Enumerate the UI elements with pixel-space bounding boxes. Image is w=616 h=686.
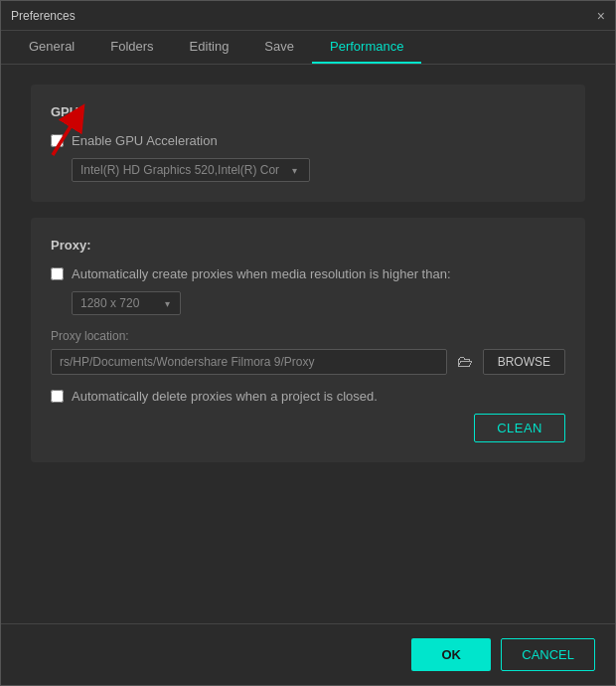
proxy-section-title: Proxy: — [51, 238, 565, 253]
auto-create-proxy-label: Automatically create proxies when media … — [72, 266, 451, 281]
proxy-section: Proxy: Automatically create proxies when… — [31, 218, 585, 462]
browse-button[interactable]: BROWSE — [483, 349, 565, 375]
gpu-dropdown-select[interactable]: Intel(R) HD Graphics 520,Intel(R) Cor — [72, 158, 310, 182]
resolution-select[interactable]: 1280 x 720 1920 x 1080 3840 x 2160 — [72, 291, 181, 315]
auto-delete-proxy-checkbox[interactable] — [51, 390, 64, 403]
folder-icon-button[interactable]: 🗁 — [455, 351, 475, 373]
clean-button[interactable]: CLEAN — [474, 414, 565, 442]
gpu-dropdown-row: Intel(R) HD Graphics 520,Intel(R) Cor ▾ — [72, 158, 565, 182]
tab-folders[interactable]: Folders — [92, 31, 171, 64]
cancel-button[interactable]: CANCEL — [501, 638, 595, 671]
tab-bar: General Folders Editing Save Performance — [1, 31, 615, 65]
content-area: GPU: Enable GPU Acceleration Intel(R) HD… — [1, 65, 615, 623]
gpu-acceleration-label: Enable GPU Acceleration — [72, 133, 218, 148]
gpu-section-title: GPU: — [51, 104, 565, 119]
auto-create-proxy-row: Automatically create proxies when media … — [51, 266, 565, 281]
tab-performance[interactable]: Performance — [312, 31, 421, 64]
auto-delete-proxy-label: Automatically delete proxies when a proj… — [72, 389, 378, 404]
tab-general[interactable]: General — [11, 31, 92, 64]
footer: OK CANCEL — [1, 623, 615, 685]
title-bar: Preferences × — [1, 1, 615, 31]
auto-delete-proxy-row: Automatically delete proxies when a proj… — [51, 389, 565, 404]
preferences-window: Preferences × General Folders Editing Sa… — [0, 0, 616, 686]
proxy-location-label: Proxy location: — [51, 329, 565, 343]
close-button[interactable]: × — [597, 9, 605, 23]
gpu-section: GPU: Enable GPU Acceleration Intel(R) HD… — [31, 85, 585, 202]
proxy-location-row: 🗁 BROWSE — [51, 349, 565, 375]
gpu-acceleration-row: Enable GPU Acceleration — [51, 133, 565, 148]
auto-create-proxy-checkbox[interactable] — [51, 267, 64, 280]
tab-editing[interactable]: Editing — [172, 31, 247, 64]
gpu-acceleration-checkbox[interactable] — [51, 134, 64, 147]
proxy-path-input[interactable] — [51, 349, 447, 375]
window-title: Preferences — [11, 9, 76, 23]
resolution-row: 1280 x 720 1920 x 1080 3840 x 2160 ▾ — [72, 291, 565, 315]
ok-button[interactable]: OK — [411, 638, 491, 671]
clean-row: CLEAN — [51, 414, 565, 442]
tab-save[interactable]: Save — [246, 31, 312, 64]
